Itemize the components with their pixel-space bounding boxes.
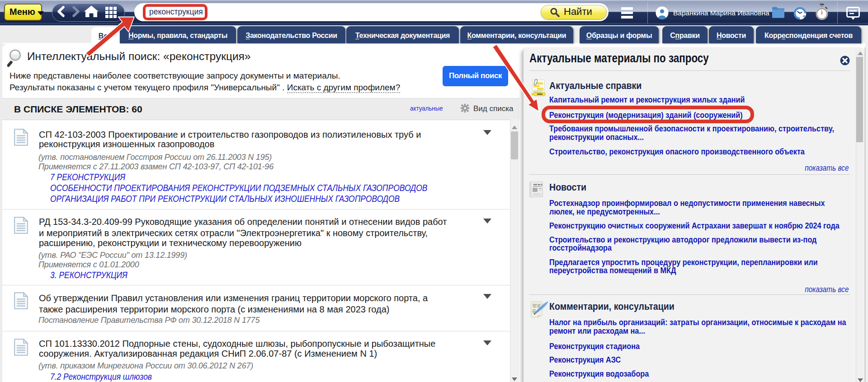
svg-text:NEWS: NEWS bbox=[533, 183, 542, 186]
